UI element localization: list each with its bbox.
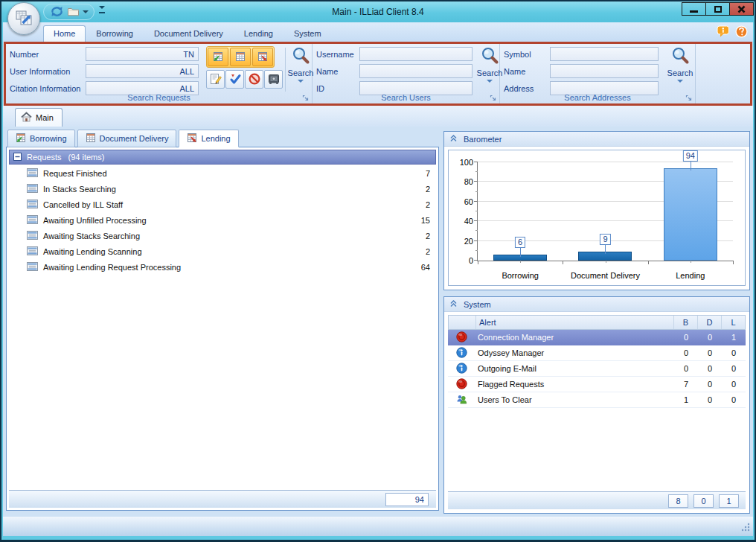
- queue-label: Request Finished: [43, 169, 107, 178]
- alert-l-count: 0: [722, 395, 746, 404]
- application-menu-button[interactable]: [7, 2, 40, 35]
- name-field[interactable]: [359, 64, 472, 78]
- ribbon-tab-system[interactable]: System: [284, 25, 332, 42]
- left-panel-tabs: BorrowingDocument DeliveryLending: [7, 130, 239, 147]
- alert-d-count: 0: [698, 395, 722, 404]
- username-field[interactable]: [359, 47, 472, 61]
- request-queue-row[interactable]: Awaiting Unfilled Processing15: [9, 212, 436, 228]
- search-button-label: Search: [667, 68, 693, 77]
- stop-icon-cell: [448, 378, 475, 391]
- collapse-chevrons-icon[interactable]: [449, 299, 458, 310]
- request-queue-row[interactable]: Cancelled by ILL Staff2: [9, 197, 436, 212]
- collapse-chevrons-icon[interactable]: [449, 133, 458, 144]
- l-column-header: L: [721, 316, 745, 329]
- document-delivery-grid-button[interactable]: [230, 48, 251, 66]
- alert-label: Users To Clear: [475, 395, 674, 404]
- x-axis-tick: [648, 261, 649, 264]
- request-queue-row[interactable]: Awaiting Stacks Searching2: [9, 228, 436, 243]
- alert-l-count: 0: [722, 348, 746, 357]
- request-queue-row[interactable]: Awaiting Lending Request Processing64: [9, 259, 436, 275]
- resize-grip[interactable]: [740, 522, 750, 533]
- close-button[interactable]: [729, 2, 754, 16]
- edit-request-icon: [209, 72, 222, 87]
- ribbon-help-area: [717, 25, 748, 39]
- dialog-launcher-icon[interactable]: [685, 94, 693, 102]
- request-queue-row[interactable]: Request Finished7: [9, 165, 436, 181]
- x-axis-tick: [606, 261, 606, 263]
- minimize-button[interactable]: [682, 2, 706, 16]
- search-users-fields: UsernameNameID: [316, 47, 472, 98]
- lending-grid-button[interactable]: [252, 48, 273, 66]
- alert-d-count: 0: [698, 333, 722, 342]
- system-alert-row-users-to-clear[interactable]: Users To Clear100: [448, 392, 746, 408]
- edit-request-button[interactable]: [206, 70, 225, 89]
- request-queue-row[interactable]: In Stacks Searching2: [9, 181, 436, 197]
- system-total-box: 8: [668, 494, 688, 508]
- collapse-minus-icon[interactable]: [13, 153, 22, 162]
- system-alert-row-flagged-requests[interactable]: Flagged Requests700: [448, 377, 746, 392]
- group-caption: Search Users: [313, 93, 499, 103]
- request-item-icon: [27, 184, 38, 194]
- block-request-button[interactable]: [245, 70, 263, 89]
- alert-l-count: 0: [722, 380, 746, 389]
- status-bar: [3, 517, 753, 536]
- barometer-panel: Barometer 0204060801006Borrowing9Documen…: [443, 131, 750, 290]
- ribbon-tab-borrowing[interactable]: Borrowing: [86, 25, 144, 42]
- dialog-launcher-icon[interactable]: [301, 94, 310, 102]
- ribbon-tab-home[interactable]: Home: [43, 25, 86, 42]
- field-label: Number: [10, 50, 86, 59]
- panel-tab-lending[interactable]: Lending: [179, 130, 238, 147]
- ribbon-tab-lending[interactable]: Lending: [234, 25, 284, 42]
- system-alert-row-outgoing-e-mail[interactable]: Outgoing E-Mail000: [448, 361, 746, 377]
- search-requests-button[interactable]: Search: [286, 46, 315, 83]
- new-form-icon[interactable]: [67, 6, 80, 19]
- x-axis-category-label: Document Delivery: [563, 271, 647, 280]
- queue-label: Cancelled by ILL Staff: [43, 200, 123, 209]
- field-row: Name: [316, 64, 472, 78]
- info-icon-cell: [448, 363, 475, 375]
- customize-quick-access-button[interactable]: [97, 6, 106, 15]
- field-row: Name: [504, 64, 659, 78]
- stop-icon-cell: [448, 331, 475, 344]
- check-request-button[interactable]: [225, 70, 244, 89]
- maximize-button[interactable]: [705, 2, 730, 16]
- y-axis-label: 40: [452, 217, 473, 226]
- tab-main[interactable]: Main: [15, 108, 63, 127]
- dialog-launcher-icon[interactable]: [489, 94, 497, 102]
- queue-label: Awaiting Unfilled Processing: [43, 216, 147, 225]
- alert-b-count: 0: [674, 333, 698, 342]
- borrowing-grid-button[interactable]: [208, 48, 228, 66]
- x-axis-tick: [733, 261, 734, 264]
- minimize-icon: [690, 10, 698, 13]
- panel-tab-document-delivery[interactable]: Document Delivery: [77, 130, 177, 147]
- request-item-icon: [27, 262, 38, 272]
- user-information-field[interactable]: ALL: [86, 64, 199, 78]
- alert-label: Flagged Requests: [475, 380, 674, 389]
- request-queue-row[interactable]: Awaiting Lending Scanning2: [9, 243, 436, 259]
- help-icon[interactable]: [735, 25, 748, 39]
- alert-label: Connection Manager: [475, 333, 674, 342]
- y-axis-label: 20: [452, 237, 473, 246]
- alert-label: Odyssey Manager: [475, 348, 674, 357]
- icon-column-header: [449, 316, 475, 329]
- ribbon-tab-document-delivery[interactable]: Document Delivery: [144, 25, 234, 42]
- refresh-icon[interactable]: [49, 5, 65, 19]
- number-field[interactable]: TN: [86, 47, 199, 61]
- alert-d-count: 0: [698, 364, 722, 373]
- workspace: BorrowingDocument DeliveryLending Reques…: [3, 127, 753, 515]
- panel-tab-borrowing[interactable]: Borrowing: [7, 130, 75, 147]
- system-alert-row-odyssey-manager[interactable]: Odyssey Manager000: [448, 345, 746, 361]
- quick-access-toolbar: [43, 4, 94, 20]
- system-alert-row-connection-manager[interactable]: Connection Manager001: [448, 330, 746, 345]
- bar-label-stem: [605, 245, 606, 254]
- name-field[interactable]: [550, 64, 659, 78]
- symbol-field[interactable]: [550, 47, 659, 61]
- field-label: Symbol: [504, 50, 550, 59]
- requests-total-box: 94: [385, 493, 429, 506]
- barometer-header: Barometer: [444, 132, 749, 147]
- borrowing-grid-icon: [213, 51, 223, 63]
- safe-button[interactable]: [264, 70, 283, 89]
- about-bubble-icon[interactable]: [717, 25, 731, 39]
- search-addresses-button[interactable]: Search: [665, 46, 695, 83]
- chevron-down-icon[interactable]: [83, 10, 89, 13]
